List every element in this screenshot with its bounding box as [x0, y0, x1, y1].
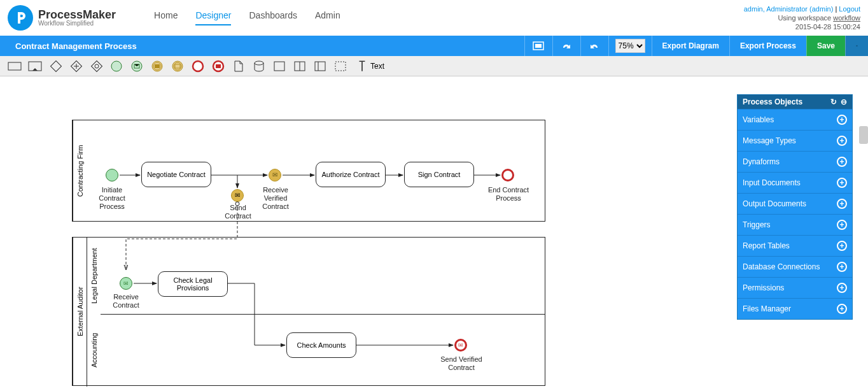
panel-item-variables[interactable]: Variables+: [738, 109, 852, 130]
lane-tool[interactable]: [27, 59, 43, 73]
document-tool[interactable]: [230, 59, 247, 73]
export-diagram-button[interactable]: Export Diagram: [652, 36, 729, 56]
undo-button[interactable]: [580, 36, 608, 56]
panel-item-dynaforms[interactable]: Dynaforms+: [738, 151, 852, 172]
panel-item-database-connections[interactable]: Database Connections+: [738, 256, 852, 277]
split-h-tool[interactable]: [312, 59, 328, 73]
label-send-verified: Send Verified Contract: [439, 355, 484, 372]
save-button[interactable]: Save: [806, 36, 845, 56]
pool-label-auditor: External Auditor: [73, 238, 87, 385]
label-receive-verified: Receive Verified Contract: [258, 186, 293, 211]
end-event[interactable]: [501, 169, 514, 181]
send-contract-event[interactable]: ✉: [231, 189, 244, 202]
receive-verified-event[interactable]: ✉: [269, 169, 281, 181]
split-v-tool[interactable]: [291, 59, 308, 73]
svg-rect-1: [535, 44, 542, 48]
task-sign[interactable]: Sign Contract: [404, 162, 474, 187]
gateway-plus-tool[interactable]: [67, 59, 84, 73]
nav-admin[interactable]: Admin: [315, 10, 340, 25]
panel-item-message-types[interactable]: Message Types+: [738, 130, 852, 151]
scrollbar-thumb[interactable]: [859, 126, 868, 144]
panel-item-triggers[interactable]: Triggers+: [738, 214, 852, 235]
add-icon[interactable]: +: [837, 262, 847, 272]
main-nav: Home Designer Dashboards Admin: [154, 10, 340, 25]
panel-item-files-manager[interactable]: Files Manager+: [738, 298, 852, 319]
user-info: admin, Administrator (admin) | Logout Us…: [744, 5, 860, 31]
svg-rect-27: [335, 62, 346, 71]
task-check-legal[interactable]: Check Legal Provisions: [158, 271, 228, 297]
zoom-select-wrap: 75%: [608, 36, 652, 56]
svg-rect-20: [216, 64, 221, 68]
add-icon[interactable]: +: [837, 136, 847, 146]
task-negotiate[interactable]: Negotiate Contract: [141, 162, 211, 187]
add-icon[interactable]: +: [837, 199, 847, 209]
select-tool[interactable]: [332, 59, 349, 73]
process-bar: Contract Management Process 75% Export D…: [0, 36, 868, 56]
redo-button[interactable]: [552, 36, 580, 56]
svg-rect-7: [92, 60, 102, 71]
add-icon[interactable]: +: [837, 304, 847, 314]
topbar: ProcessMaker Workflow Simplified Home De…: [0, 0, 868, 36]
panel-item-permissions[interactable]: Permissions+: [738, 277, 852, 298]
logo-title: ProcessMaker: [38, 9, 116, 20]
gateway-circle-tool[interactable]: [88, 59, 104, 73]
svg-rect-14: [155, 64, 160, 68]
logo-subtitle: Workflow Simplified: [38, 20, 116, 27]
add-icon[interactable]: +: [837, 115, 847, 125]
svg-point-8: [95, 64, 99, 68]
send-verified-event[interactable]: ✉: [454, 339, 467, 352]
logout-link[interactable]: Logout: [839, 5, 860, 13]
zoom-select[interactable]: 75%: [615, 39, 645, 53]
text-tool[interactable]: Text: [353, 59, 387, 73]
svg-point-21: [255, 61, 263, 65]
panel-item-output-documents[interactable]: Output Documents+: [738, 193, 852, 214]
workspace-name[interactable]: workflow: [833, 14, 860, 22]
add-icon[interactable]: +: [837, 241, 847, 251]
export-process-button[interactable]: Export Process: [729, 36, 806, 56]
add-icon[interactable]: +: [837, 283, 847, 293]
svg-marker-4: [32, 68, 38, 71]
lane-accounting: Accounting: [87, 314, 101, 387]
process-title: Contract Management Process: [0, 41, 137, 51]
nav-dashboards[interactable]: Dashboards: [249, 10, 297, 25]
add-icon[interactable]: +: [837, 220, 847, 230]
nav-home[interactable]: Home: [154, 10, 178, 25]
close-button[interactable]: [845, 36, 868, 56]
pool-label-contracting: Contracting Firm: [73, 120, 87, 221]
svg-rect-5: [51, 60, 62, 71]
start-message-tool[interactable]: [129, 59, 145, 73]
user-link[interactable]: admin, Administrator (admin): [744, 5, 834, 13]
receive-contract-event[interactable]: ✉: [120, 277, 132, 290]
fullscreen-button[interactable]: [524, 36, 552, 56]
database-tool[interactable]: [251, 59, 267, 73]
start-event[interactable]: [106, 169, 118, 181]
label-initiate: Initiate Contract Process: [94, 186, 130, 211]
pool-tool[interactable]: [6, 59, 23, 73]
timestamp: 2015-04-28 15:00:24: [744, 23, 860, 31]
add-icon[interactable]: +: [837, 178, 847, 188]
rect-tool[interactable]: [271, 59, 288, 73]
add-icon[interactable]: +: [837, 157, 847, 167]
intermediate-throw-tool[interactable]: [149, 59, 165, 73]
nav-designer[interactable]: Designer: [195, 10, 231, 25]
panel-item-input-documents[interactable]: Input Documents+: [738, 172, 852, 193]
start-event-tool[interactable]: [108, 59, 125, 73]
logo-icon: [8, 5, 33, 31]
logo: ProcessMaker Workflow Simplified: [8, 5, 116, 31]
panel-header: Process Objects ↻ ⊖: [738, 95, 852, 109]
svg-point-18: [193, 61, 203, 71]
label-end: End Contract Process: [487, 186, 529, 203]
panel-item-report-tables[interactable]: Report Tables+: [738, 235, 852, 256]
process-objects-panel: Process Objects ↻ ⊖ Variables+ Message T…: [737, 94, 853, 320]
task-check-amounts[interactable]: Check Amounts: [286, 332, 356, 358]
gateway-tool[interactable]: [47, 59, 64, 73]
intermediate-catch-tool[interactable]: [169, 59, 186, 73]
end-event-tool[interactable]: [190, 59, 206, 73]
task-authorize[interactable]: Authorize Contract: [316, 162, 386, 187]
end-message-tool[interactable]: [210, 59, 227, 73]
collapse-icon[interactable]: ⊖: [841, 97, 847, 106]
svg-rect-2: [8, 62, 21, 70]
refresh-icon[interactable]: ↻: [830, 97, 837, 106]
svg-point-9: [111, 61, 122, 71]
label-receive-contract: Receive Contract: [108, 293, 144, 309]
